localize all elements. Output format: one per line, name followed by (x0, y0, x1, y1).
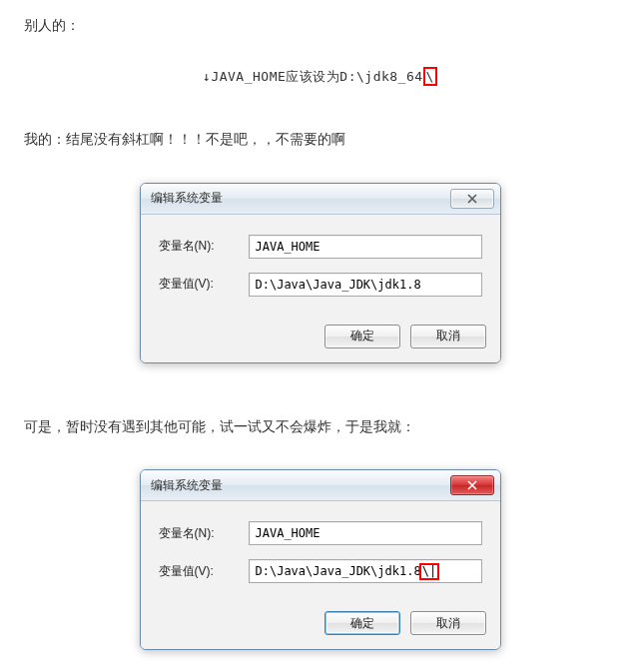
close-button[interactable] (450, 475, 494, 495)
path-note-text: ↓JAVA_HOME应该设为D:\jdk8_64 (203, 69, 423, 84)
close-icon (467, 480, 477, 490)
ok-button[interactable]: 确定 (324, 611, 400, 635)
close-icon (467, 194, 477, 204)
edit-env-var-dialog-1: 编辑系统变量 变量名(N): JAVA_HOME 变量值(V): D:\Java… (140, 183, 501, 363)
highlighted-path-note: ↓JAVA_HOME应该设为D:\jdk8_64\ (24, 67, 616, 87)
edit-env-var-dialog-2: 编辑系统变量 变量名(N): JAVA_HOME 变量值(V): D:\Java… (140, 469, 501, 650)
cancel-button[interactable]: 取消 (410, 325, 486, 348)
var-value-label: 变量值(V): (159, 276, 249, 293)
var-value-label: 变量值(V): (159, 563, 249, 580)
ok-button[interactable]: 确定 (324, 325, 400, 348)
dialog-title-text: 编辑系统变量 (151, 190, 223, 207)
dialog-titlebar: 编辑系统变量 (141, 184, 500, 215)
dialog-title-text: 编辑系统变量 (151, 477, 223, 494)
var-value-field[interactable]: D:\Java\Java_JDK\jdk1.8 (249, 273, 482, 297)
highlighted-backslash-cursor: \| (419, 563, 439, 580)
var-name-field[interactable]: JAVA_HOME (249, 521, 482, 545)
var-name-label: 变量名(N): (159, 238, 249, 255)
var-name-field[interactable]: JAVA_HOME (249, 235, 482, 259)
paragraph-1: 别人的： (24, 12, 616, 39)
var-value-text: D:\Java\Java_JDK\jdk1.8 (256, 564, 421, 578)
var-name-label: 变量名(N): (159, 525, 249, 542)
cancel-button[interactable]: 取消 (410, 611, 486, 635)
paragraph-3: 可是，暂时没有遇到其他可能，试一试又不会爆炸，于是我就： (24, 413, 616, 440)
highlighted-backslash: \ (423, 67, 437, 87)
var-value-field[interactable]: D:\Java\Java_JDK\jdk1.8\| (249, 559, 482, 583)
close-button[interactable] (450, 189, 494, 209)
dialog-titlebar: 编辑系统变量 (141, 470, 500, 501)
paragraph-2: 我的：结尾没有斜杠啊！！！不是吧，，不需要的啊 (24, 126, 616, 153)
